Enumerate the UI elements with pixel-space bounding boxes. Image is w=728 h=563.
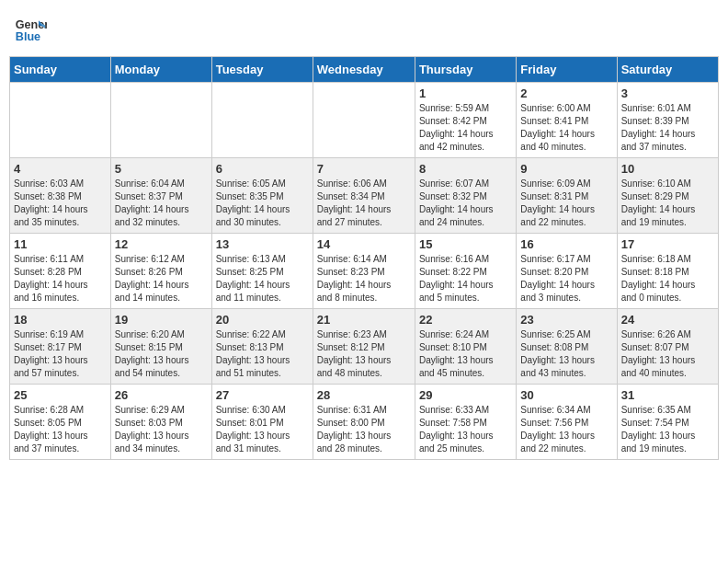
day-info: Sunrise: 6:01 AM Sunset: 8:39 PM Dayligh… bbox=[621, 102, 714, 154]
day-number: 22 bbox=[419, 313, 512, 327]
calendar-cell bbox=[211, 83, 313, 158]
day-info: Sunrise: 6:10 AM Sunset: 8:29 PM Dayligh… bbox=[621, 178, 714, 229]
day-info: Sunrise: 6:19 AM Sunset: 8:17 PM Dayligh… bbox=[14, 328, 107, 380]
calendar-header-row: SundayMondayTuesdayWednesdayThursdayFrid… bbox=[10, 57, 719, 83]
day-info: Sunrise: 6:18 AM Sunset: 8:18 PM Dayligh… bbox=[621, 253, 714, 304]
calendar-cell: 29Sunrise: 6:33 AM Sunset: 7:58 PM Dayli… bbox=[415, 385, 516, 460]
day-number: 16 bbox=[520, 237, 612, 251]
calendar-cell: 12Sunrise: 6:12 AM Sunset: 8:26 PM Dayli… bbox=[110, 234, 211, 309]
calendar-cell: 17Sunrise: 6:18 AM Sunset: 8:18 PM Dayli… bbox=[617, 234, 718, 309]
day-number: 1 bbox=[419, 86, 512, 100]
calendar-cell: 27Sunrise: 6:30 AM Sunset: 8:01 PM Dayli… bbox=[211, 385, 313, 460]
day-info: Sunrise: 6:28 AM Sunset: 8:05 PM Dayligh… bbox=[14, 404, 107, 455]
calendar-cell: 25Sunrise: 6:28 AM Sunset: 8:05 PM Dayli… bbox=[10, 385, 111, 460]
day-number: 26 bbox=[115, 388, 208, 402]
day-number: 21 bbox=[317, 313, 411, 327]
day-number: 30 bbox=[520, 388, 612, 402]
calendar-cell: 30Sunrise: 6:34 AM Sunset: 7:56 PM Dayli… bbox=[517, 385, 617, 460]
calendar-cell: 16Sunrise: 6:17 AM Sunset: 8:20 PM Dayli… bbox=[517, 234, 617, 309]
day-number: 3 bbox=[621, 86, 714, 100]
day-info: Sunrise: 6:16 AM Sunset: 8:22 PM Dayligh… bbox=[419, 253, 512, 304]
day-info: Sunrise: 6:12 AM Sunset: 8:26 PM Dayligh… bbox=[115, 253, 208, 304]
calendar-cell: 18Sunrise: 6:19 AM Sunset: 8:17 PM Dayli… bbox=[10, 309, 111, 385]
weekday-header-sunday: Sunday bbox=[10, 57, 111, 83]
day-info: Sunrise: 6:06 AM Sunset: 8:34 PM Dayligh… bbox=[317, 178, 411, 229]
calendar-cell: 9Sunrise: 6:09 AM Sunset: 8:31 PM Daylig… bbox=[517, 158, 617, 234]
calendar-cell: 26Sunrise: 6:29 AM Sunset: 8:03 PM Dayli… bbox=[110, 385, 211, 460]
day-info: Sunrise: 6:09 AM Sunset: 8:31 PM Dayligh… bbox=[520, 178, 612, 229]
day-info: Sunrise: 6:34 AM Sunset: 7:56 PM Dayligh… bbox=[520, 404, 612, 455]
week-row-5: 25Sunrise: 6:28 AM Sunset: 8:05 PM Dayli… bbox=[10, 385, 719, 460]
day-info: Sunrise: 6:35 AM Sunset: 7:54 PM Dayligh… bbox=[621, 404, 714, 455]
day-number: 13 bbox=[216, 237, 309, 251]
day-number: 27 bbox=[216, 388, 309, 402]
day-number: 18 bbox=[14, 313, 107, 327]
day-info: Sunrise: 6:31 AM Sunset: 8:00 PM Dayligh… bbox=[317, 404, 411, 455]
calendar-cell: 2Sunrise: 6:00 AM Sunset: 8:41 PM Daylig… bbox=[517, 83, 617, 158]
calendar-cell: 8Sunrise: 6:07 AM Sunset: 8:32 PM Daylig… bbox=[415, 158, 516, 234]
day-info: Sunrise: 6:13 AM Sunset: 8:25 PM Dayligh… bbox=[216, 253, 309, 304]
weekday-header-monday: Monday bbox=[110, 57, 211, 83]
day-info: Sunrise: 6:23 AM Sunset: 8:12 PM Dayligh… bbox=[317, 328, 411, 380]
day-info: Sunrise: 6:25 AM Sunset: 8:08 PM Dayligh… bbox=[520, 328, 612, 380]
day-info: Sunrise: 6:20 AM Sunset: 8:15 PM Dayligh… bbox=[115, 328, 208, 380]
day-number: 15 bbox=[419, 237, 512, 251]
day-number: 14 bbox=[317, 237, 411, 251]
day-number: 7 bbox=[317, 162, 411, 176]
day-info: Sunrise: 6:00 AM Sunset: 8:41 PM Dayligh… bbox=[520, 102, 612, 154]
week-row-4: 18Sunrise: 6:19 AM Sunset: 8:17 PM Dayli… bbox=[10, 309, 719, 385]
day-info: Sunrise: 6:07 AM Sunset: 8:32 PM Dayligh… bbox=[419, 178, 512, 229]
header: General Blue bbox=[9, 9, 719, 47]
weekday-header-wednesday: Wednesday bbox=[313, 57, 415, 83]
calendar-cell: 22Sunrise: 6:24 AM Sunset: 8:10 PM Dayli… bbox=[415, 309, 516, 385]
day-info: Sunrise: 6:29 AM Sunset: 8:03 PM Dayligh… bbox=[115, 404, 208, 455]
calendar-cell: 28Sunrise: 6:31 AM Sunset: 8:00 PM Dayli… bbox=[313, 385, 415, 460]
day-info: Sunrise: 6:05 AM Sunset: 8:35 PM Dayligh… bbox=[216, 178, 309, 229]
day-info: Sunrise: 6:14 AM Sunset: 8:23 PM Dayligh… bbox=[317, 253, 411, 304]
calendar-cell bbox=[10, 83, 111, 158]
calendar-cell: 14Sunrise: 6:14 AM Sunset: 8:23 PM Dayli… bbox=[313, 234, 415, 309]
calendar-cell bbox=[313, 83, 415, 158]
day-number: 9 bbox=[520, 162, 612, 176]
day-number: 2 bbox=[520, 86, 612, 100]
day-info: Sunrise: 6:24 AM Sunset: 8:10 PM Dayligh… bbox=[419, 328, 512, 380]
day-number: 11 bbox=[14, 237, 107, 251]
day-number: 29 bbox=[419, 388, 512, 402]
calendar: SundayMondayTuesdayWednesdayThursdayFrid… bbox=[9, 56, 719, 460]
week-row-1: 1Sunrise: 5:59 AM Sunset: 8:42 PM Daylig… bbox=[10, 83, 719, 158]
calendar-cell: 3Sunrise: 6:01 AM Sunset: 8:39 PM Daylig… bbox=[617, 83, 718, 158]
weekday-header-friday: Friday bbox=[517, 57, 617, 83]
calendar-cell: 24Sunrise: 6:26 AM Sunset: 8:07 PM Dayli… bbox=[617, 309, 718, 385]
day-number: 23 bbox=[520, 313, 612, 327]
calendar-cell: 7Sunrise: 6:06 AM Sunset: 8:34 PM Daylig… bbox=[313, 158, 415, 234]
logo: General Blue bbox=[14, 14, 47, 47]
day-info: Sunrise: 6:26 AM Sunset: 8:07 PM Dayligh… bbox=[621, 328, 714, 380]
day-number: 25 bbox=[14, 388, 107, 402]
day-number: 6 bbox=[216, 162, 309, 176]
weekday-header-saturday: Saturday bbox=[617, 57, 718, 83]
weekday-header-thursday: Thursday bbox=[415, 57, 516, 83]
calendar-cell: 11Sunrise: 6:11 AM Sunset: 8:28 PM Dayli… bbox=[10, 234, 111, 309]
calendar-cell: 6Sunrise: 6:05 AM Sunset: 8:35 PM Daylig… bbox=[211, 158, 313, 234]
calendar-cell: 19Sunrise: 6:20 AM Sunset: 8:15 PM Dayli… bbox=[110, 309, 211, 385]
day-number: 28 bbox=[317, 388, 411, 402]
day-number: 19 bbox=[115, 313, 208, 327]
calendar-cell: 10Sunrise: 6:10 AM Sunset: 8:29 PM Dayli… bbox=[617, 158, 718, 234]
week-row-3: 11Sunrise: 6:11 AM Sunset: 8:28 PM Dayli… bbox=[10, 234, 719, 309]
day-number: 20 bbox=[216, 313, 309, 327]
calendar-cell: 31Sunrise: 6:35 AM Sunset: 7:54 PM Dayli… bbox=[617, 385, 718, 460]
day-info: Sunrise: 6:30 AM Sunset: 8:01 PM Dayligh… bbox=[216, 404, 309, 455]
calendar-cell: 23Sunrise: 6:25 AM Sunset: 8:08 PM Dayli… bbox=[517, 309, 617, 385]
day-info: Sunrise: 6:04 AM Sunset: 8:37 PM Dayligh… bbox=[115, 178, 208, 229]
day-info: Sunrise: 5:59 AM Sunset: 8:42 PM Dayligh… bbox=[419, 102, 512, 154]
day-number: 12 bbox=[115, 237, 208, 251]
calendar-cell: 21Sunrise: 6:23 AM Sunset: 8:12 PM Dayli… bbox=[313, 309, 415, 385]
day-info: Sunrise: 6:17 AM Sunset: 8:20 PM Dayligh… bbox=[520, 253, 612, 304]
weekday-header-tuesday: Tuesday bbox=[211, 57, 313, 83]
calendar-cell: 20Sunrise: 6:22 AM Sunset: 8:13 PM Dayli… bbox=[211, 309, 313, 385]
day-number: 5 bbox=[115, 162, 208, 176]
logo-icon: General Blue bbox=[14, 14, 47, 47]
day-info: Sunrise: 6:03 AM Sunset: 8:38 PM Dayligh… bbox=[14, 178, 107, 229]
day-number: 10 bbox=[621, 162, 714, 176]
day-info: Sunrise: 6:22 AM Sunset: 8:13 PM Dayligh… bbox=[216, 328, 309, 380]
